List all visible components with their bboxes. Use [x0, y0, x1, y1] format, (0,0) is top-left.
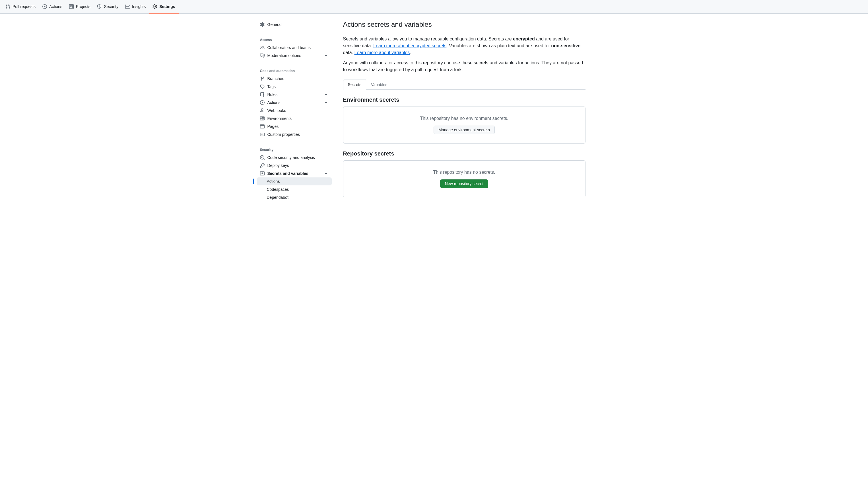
- tab-actions[interactable]: Actions: [39, 0, 66, 14]
- sidebar-pages[interactable]: Pages: [257, 122, 332, 131]
- sidebar-item-label: Codespaces: [267, 187, 289, 192]
- sidebar-item-label: Actions: [267, 179, 280, 184]
- sidebar-collaborators[interactable]: Collaborators and teams: [257, 44, 332, 52]
- tab-label: Settings: [159, 4, 175, 9]
- description-paragraph-1: Secrets and variables allow you to manag…: [343, 36, 586, 56]
- sidebar-deploy-keys[interactable]: Deploy keys: [257, 162, 332, 169]
- sidebar-item-label: Code security and analysis: [268, 155, 315, 160]
- tab-security[interactable]: Security: [94, 0, 122, 14]
- sidebar-item-label: Secrets and variables: [268, 171, 308, 176]
- key-asterisk-icon: [260, 171, 265, 176]
- main-content: Actions secrets and variables Secrets an…: [336, 21, 592, 201]
- people-icon: [260, 45, 265, 50]
- pull-request-icon: [6, 4, 10, 9]
- comment-discussion-icon: [260, 53, 265, 58]
- sidebar-tags[interactable]: Tags: [257, 83, 332, 91]
- tab-variables[interactable]: Variables: [366, 79, 392, 90]
- sidebar-sv-dependabot[interactable]: Dependabot: [257, 193, 332, 201]
- tab-label: Security: [104, 4, 118, 9]
- codescan-icon: [260, 155, 265, 160]
- sidebar-secrets-variables[interactable]: Secrets and variables: [257, 169, 332, 177]
- tag-icon: [260, 84, 265, 89]
- sidebar-item-label: Webhooks: [268, 108, 286, 113]
- sidebar-item-label: Environments: [268, 116, 292, 121]
- tab-label: Projects: [76, 4, 90, 9]
- link-variables[interactable]: Learn more about variables: [354, 50, 410, 55]
- divider: [257, 31, 332, 31]
- tab-insights[interactable]: Insights: [122, 0, 149, 14]
- sidebar-group-code: Code and automation: [257, 64, 332, 75]
- tab-settings[interactable]: Settings: [149, 0, 178, 14]
- page-body: General Access Collaborators and teams M…: [252, 14, 616, 208]
- sidebar-custom-properties[interactable]: Custom properties: [257, 131, 332, 138]
- sidebar-item-label: Custom properties: [268, 132, 300, 137]
- link-encrypted-secrets[interactable]: Learn more about encrypted secrets: [373, 43, 446, 48]
- key-icon: [260, 163, 265, 168]
- server-icon: [260, 116, 265, 121]
- gear-icon: [260, 22, 265, 27]
- note-icon: [260, 132, 265, 137]
- sidebar-general[interactable]: General: [257, 21, 332, 28]
- play-icon: [42, 4, 47, 9]
- chevron-down-icon: [324, 100, 328, 105]
- page-title: Actions secrets and variables: [343, 21, 586, 31]
- shield-icon: [97, 4, 101, 9]
- sidebar-item-label: General: [268, 22, 282, 27]
- sidebar-actions[interactable]: Actions: [257, 98, 332, 107]
- settings-sidebar: General Access Collaborators and teams M…: [252, 21, 336, 201]
- repo-top-nav: Pull requests Actions Projects Security …: [0, 0, 868, 14]
- gear-icon: [153, 4, 157, 9]
- chevron-up-icon: [324, 171, 328, 176]
- sidebar-sv-actions[interactable]: Actions: [257, 177, 332, 186]
- git-branch-icon: [260, 76, 265, 81]
- sidebar-rules[interactable]: Rules: [257, 91, 332, 98]
- tab-label: Actions: [49, 4, 62, 9]
- browser-icon: [260, 124, 265, 129]
- sidebar-code-security[interactable]: Code security and analysis: [257, 153, 332, 162]
- sidebar-group-access: Access: [257, 33, 332, 44]
- tab-label: Pull requests: [12, 4, 36, 9]
- divider: [257, 62, 332, 62]
- chevron-down-icon: [324, 92, 328, 97]
- sidebar-sv-codespaces[interactable]: Codespaces: [257, 186, 332, 193]
- topnav-list: Pull requests Actions Projects Security …: [2, 0, 179, 13]
- sidebar-item-label: Moderation options: [268, 53, 301, 58]
- sidebar-webhooks[interactable]: Webhooks: [257, 107, 332, 114]
- tab-projects[interactable]: Projects: [66, 0, 94, 14]
- chevron-down-icon: [324, 53, 328, 58]
- repo-secrets-box: This repository has no secrets. New repo…: [343, 160, 586, 197]
- sidebar-item-label: Rules: [268, 92, 278, 97]
- sidebar-item-label: Pages: [268, 124, 279, 129]
- description-paragraph-2: Anyone with collaborator access to this …: [343, 59, 586, 73]
- graph-icon: [125, 4, 130, 9]
- repo-secrets-empty-text: This repository has no secrets.: [352, 170, 576, 175]
- repo-push-icon: [260, 92, 265, 97]
- secrets-variables-tabs: Secrets Variables: [343, 79, 586, 90]
- sidebar-item-label: Actions: [268, 100, 280, 105]
- repo-secrets-heading: Repository secrets: [343, 150, 586, 157]
- sidebar-item-label: Collaborators and teams: [268, 45, 311, 50]
- sidebar-group-security: Security: [257, 143, 332, 153]
- sidebar-item-label: Tags: [268, 84, 276, 89]
- sidebar-environments[interactable]: Environments: [257, 114, 332, 122]
- divider: [257, 141, 332, 141]
- manage-env-secrets-button[interactable]: Manage environment secrets: [434, 125, 495, 134]
- tab-label: Insights: [132, 4, 146, 9]
- play-icon: [260, 100, 265, 105]
- new-repo-secret-button[interactable]: New repository secret: [440, 179, 488, 188]
- env-secrets-heading: Environment secrets: [343, 96, 586, 103]
- tab-pull-requests[interactable]: Pull requests: [2, 0, 39, 14]
- env-secrets-box: This repository has no environment secre…: [343, 107, 586, 144]
- page-description: Secrets and variables allow you to manag…: [343, 36, 586, 73]
- env-secrets-empty-text: This repository has no environment secre…: [352, 116, 576, 121]
- sidebar-item-label: Branches: [268, 76, 284, 81]
- webhook-icon: [260, 108, 265, 113]
- tab-secrets[interactable]: Secrets: [343, 79, 366, 90]
- sidebar-branches[interactable]: Branches: [257, 75, 332, 83]
- sidebar-item-label: Deploy keys: [268, 163, 289, 168]
- sidebar-moderation[interactable]: Moderation options: [257, 52, 332, 59]
- sidebar-item-label: Dependabot: [267, 195, 288, 200]
- project-icon: [69, 4, 74, 9]
